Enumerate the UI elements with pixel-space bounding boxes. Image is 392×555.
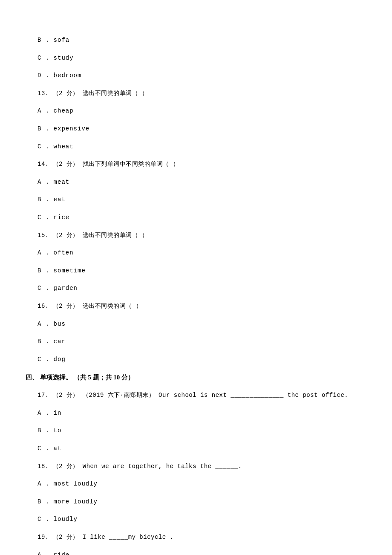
option-c-15: C . garden: [26, 284, 366, 293]
option-b-17: B . to: [26, 427, 366, 435]
option-b-18: B . more loudly: [26, 498, 366, 506]
question-13-stem: 13. （2 分） 选出不同类的单词（ ）: [26, 90, 366, 98]
option-b-14: B . eat: [26, 196, 366, 204]
question-15-stem: 15. （2 分） 选出不同类的单词（ ）: [26, 231, 366, 240]
option-c-16: C . dog: [26, 356, 366, 364]
option-a-13: A . cheap: [26, 107, 366, 116]
option-c-14: C . rice: [26, 214, 366, 222]
option-a-17: A . in: [26, 409, 366, 418]
option-a-19: A . ride: [26, 551, 366, 555]
option-b-13: B . expensive: [26, 125, 366, 133]
option-c-12: C . study: [26, 54, 366, 63]
question-16-stem: 16. （2 分） 选出不同类的词（ ）: [26, 302, 366, 311]
option-a-15: A . often: [26, 249, 366, 257]
option-c-13: C . wheat: [26, 143, 366, 151]
section-4-heading: 四、 单项选择。 （共 5 题；共 10 分）: [26, 373, 366, 382]
option-a-16: A . bus: [26, 320, 366, 329]
question-19-stem: 19. （2 分） I like _____my bicycle .: [26, 533, 366, 542]
option-c-17: C . at: [26, 445, 366, 453]
option-d-12: D . bedroom: [26, 72, 366, 80]
question-18-stem: 18. （2 分） When we are together, he talks…: [26, 462, 366, 471]
question-17-stem: 17. （2 分） （2019 六下·南郑期末） Our school is n…: [26, 391, 366, 400]
option-c-18: C . loudly: [26, 515, 366, 524]
option-a-14: A . meat: [26, 178, 366, 187]
question-14-stem: 14. （2 分） 找出下列单词中不同类的单词（ ）: [26, 160, 366, 169]
option-a-18: A . most loudly: [26, 480, 366, 489]
option-b-16: B . car: [26, 338, 366, 346]
option-b-15: B . sometime: [26, 267, 366, 275]
option-b-12: B . sofa: [26, 36, 366, 45]
